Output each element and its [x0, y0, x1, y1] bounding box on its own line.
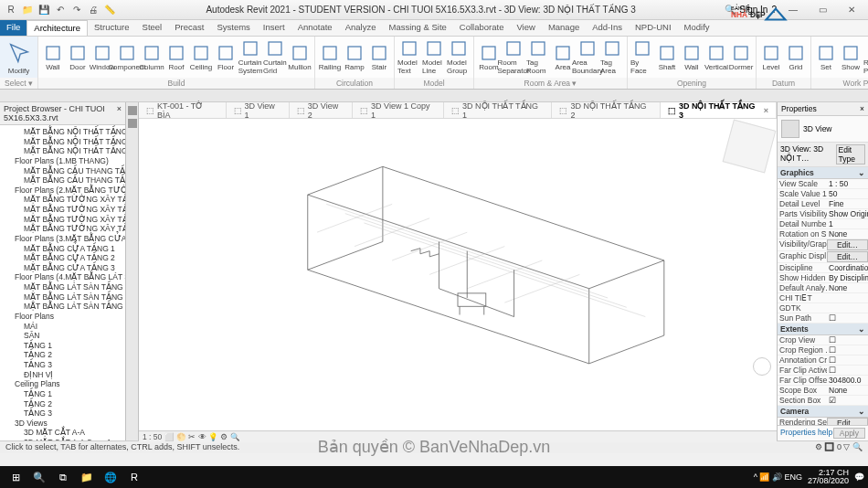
prop-row[interactable]: Visibility/Grap…Edit… [778, 239, 868, 251]
tree-node[interactable]: Floor Plans [0, 312, 125, 322]
prop-row[interactable]: GDTK [778, 303, 868, 313]
tree-node[interactable]: 3D MẶT CẮT A-A Copy 1 [0, 438, 125, 440]
prop-row[interactable]: DisciplineCoordination [778, 263, 868, 273]
view-tab[interactable]: ⬚3D NỘI THẤT TẦNG 3× [661, 102, 777, 118]
ribbon-tab-insert[interactable]: Insert [257, 20, 291, 36]
tree-node[interactable]: MẶT BẰNG NỘI THẤT TẦNG 1 [0, 127, 125, 137]
ribbon-tab-manage[interactable]: Manage [542, 20, 586, 36]
tree-node[interactable]: TẦNG 1 [0, 341, 125, 351]
model-group-button[interactable]: Model Group [447, 39, 471, 75]
tree-node[interactable]: ĐỊNH VỊ [0, 370, 125, 380]
tree-node[interactable]: TẦNG 3 [0, 360, 125, 370]
grid-button[interactable]: Grid [784, 44, 808, 71]
start-button[interactable]: ⊞ [4, 468, 27, 486]
prop-row[interactable]: View Scale1 : 50 [778, 179, 868, 189]
close-button[interactable]: ✕ [839, 2, 864, 18]
ribbon-tab-collaborate[interactable]: Collaborate [453, 20, 511, 36]
tree-node[interactable]: MẶT BẰNG LÁT SÀN TẦNG 3 [0, 302, 125, 312]
prop-row[interactable]: Default Analy…None [778, 283, 868, 293]
tree-node[interactable]: MẶT BẰNG LÁT SÀN TẦNG 1 [0, 282, 125, 292]
show-button[interactable]: Show [839, 44, 863, 71]
tree-node[interactable]: TẦNG 2 [0, 350, 125, 360]
prop-row[interactable]: Parts VisibilityShow Original [778, 209, 868, 219]
tree-node[interactable]: Floor Plans (3.MẶT BẰNG CỬA) [0, 234, 125, 244]
nav-wheel[interactable] [753, 357, 771, 376]
tree-node[interactable]: MẶT BẰNG LÁT SÀN TẦNG 2 [0, 292, 125, 302]
ribbon-tab-precast[interactable]: Precast [168, 20, 210, 36]
tree-node[interactable]: MẶT BẰNG CẦU THANG TẦNG 2-3 [0, 175, 125, 186]
prop-row[interactable]: Rendering Set…Edit… [778, 418, 868, 425]
prop-row[interactable]: Far Clip Active [778, 366, 868, 376]
tree-node[interactable]: TẦNG 2 [0, 399, 125, 409]
prop-row[interactable]: Rotation on S…None [778, 229, 868, 239]
wall-button[interactable]: Wall [41, 44, 65, 71]
status-tools[interactable]: ⚙ 🔲 0 ▽ 🔍 [815, 442, 863, 452]
tree-node[interactable]: Floor Plans (1.MB THANG) [0, 156, 125, 166]
ribbon-tab-view[interactable]: View [510, 20, 541, 36]
vertical-button[interactable]: Vertical [704, 44, 728, 71]
tree-node[interactable]: 3D Views [0, 419, 125, 429]
prop-row[interactable]: Show Hidden …By Discipline [778, 273, 868, 283]
tag-room-button[interactable]: Tag Room [526, 39, 550, 75]
view-scale[interactable]: 1 : 50 [143, 432, 162, 441]
prop-row[interactable]: Section Box [778, 396, 868, 406]
ribbon-tab-massing-site[interactable]: Massing & Site [382, 20, 452, 36]
browser-tree[interactable]: MẶT BẰNG NỘI THẤT TẦNG 1MẶT BẰNG NỘI THẤ… [0, 125, 125, 440]
properties-type[interactable]: 3D View [778, 116, 868, 143]
tree-node[interactable]: SÂN [0, 331, 125, 341]
tree-node[interactable]: MÁI [0, 322, 125, 332]
prop-row[interactable]: Scale Value 1:50 [778, 189, 868, 199]
stair-button[interactable]: Stair [367, 44, 391, 71]
tree-node[interactable]: 3D MẶT CẮT A-A [0, 428, 125, 438]
column-button[interactable]: Column [140, 44, 164, 71]
view-tab[interactable]: ⬚3D View 1 Copy 1 [353, 102, 444, 118]
search-button[interactable]: 🔍 [27, 468, 51, 486]
tree-node[interactable]: MẶT BẰNG TƯỜNG XÂY TẦNG 3 [0, 215, 125, 225]
prop-row[interactable]: Detail LevelFine [778, 199, 868, 209]
wall-button[interactable]: Wall [680, 44, 704, 71]
railing-button[interactable]: Railing [318, 44, 342, 71]
revit-logo[interactable]: R [4, 3, 18, 17]
tree-node[interactable]: MẶT BẰNG NỘI THẤT TẦNG 2 [0, 137, 125, 147]
tree-node[interactable]: MẶT BẰNG TƯỜNG XÂY TẦNG MÁI [0, 224, 125, 234]
undo-icon[interactable]: ↶ [53, 3, 68, 17]
ribbon-tab-systems[interactable]: Systems [210, 20, 256, 36]
prop-row[interactable]: Detail Number1 [778, 219, 868, 229]
prop-row[interactable]: Scope BoxNone [778, 386, 868, 396]
ribbon-tab-add-ins[interactable]: Add-Ins [586, 20, 629, 36]
open-icon[interactable]: 📁 [20, 3, 35, 17]
tree-node[interactable]: MẶT BẰNG CỬA TẦNG 2 [0, 253, 125, 263]
print-icon[interactable]: 🖨 [86, 3, 101, 17]
measure-icon[interactable]: 📏 [102, 3, 117, 17]
area-boundary-button[interactable]: Area Boundary [576, 39, 599, 75]
curtain-system-button[interactable]: Curtain System [238, 39, 262, 75]
ribbon-tab-structure[interactable]: Structure [88, 20, 136, 36]
model-text-button[interactable]: Model Text [397, 39, 421, 75]
ribbon-tab-file[interactable]: File [0, 20, 26, 36]
tree-node[interactable]: Ceiling Plans [0, 379, 125, 389]
view-tab[interactable]: ⬚3D NỘI THẤT TẦNG 2 [552, 102, 660, 118]
prop-row[interactable]: Crop View [778, 335, 868, 345]
prop-row[interactable]: CHI TIẾT [778, 293, 868, 303]
apply-button[interactable]: Apply [833, 428, 865, 439]
tree-node[interactable]: MẶT BẰNG CẦU THANG TẦNG 1-2 [0, 166, 125, 176]
properties-close-icon[interactable]: × [860, 104, 864, 113]
revit-task-icon[interactable]: R [122, 468, 146, 486]
properties-selector[interactable]: 3D View: 3D NỘI T… Edit Type [778, 143, 868, 167]
ribbon-tab-annotate[interactable]: Annotate [291, 20, 339, 36]
door-button[interactable]: Door [66, 44, 90, 71]
tree-node[interactable]: TẦNG 3 [0, 408, 125, 419]
ribbon-tab-modify[interactable]: Modify [678, 20, 716, 36]
curtain-grid-button[interactable]: Curtain Grid [263, 39, 287, 75]
prop-row[interactable]: Far Clip Offset304800.0 [778, 376, 868, 386]
tree-node[interactable]: MẶT BẰNG CỬA TẦNG 1 [0, 244, 125, 254]
ramp-button[interactable]: Ramp [343, 44, 366, 71]
tree-node[interactable]: MẶT BẰNG NỘI THẤT TẦNG 3 [0, 146, 125, 156]
ribbon-tab-steel[interactable]: Steel [136, 20, 169, 36]
task-view-button[interactable]: ⧉ [51, 468, 75, 486]
browser-close-icon[interactable]: × [117, 104, 122, 122]
redo-icon[interactable]: ↷ [69, 3, 84, 17]
ribbon-tab-npd-uni[interactable]: NPD-UNI [629, 20, 678, 36]
palette-icon[interactable] [128, 119, 137, 128]
model-line-button[interactable]: Model Line [422, 39, 446, 75]
